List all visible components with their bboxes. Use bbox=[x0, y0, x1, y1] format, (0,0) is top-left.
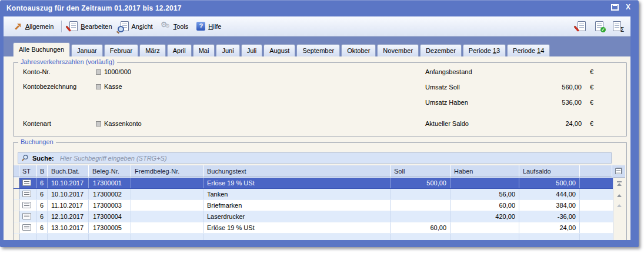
cell-laufsaldo: 500,00 bbox=[519, 178, 580, 188]
field-anfangsbestand: Anfangsbestand € bbox=[425, 68, 597, 76]
currency-symbol: € bbox=[590, 68, 593, 75]
cell-beleg: 17300005 bbox=[89, 222, 131, 233]
cell-b: 6 bbox=[37, 200, 48, 211]
field-kontenart: Kontenart Kassenkonto bbox=[14, 120, 249, 128]
header-filler bbox=[580, 165, 612, 177]
tab-dezember[interactable]: Dezember bbox=[420, 44, 462, 56]
cell-date: 12.10.2017 bbox=[48, 211, 89, 222]
table-row[interactable]: 6 12.10.2017 17300004 Laserdrucker 420,0… bbox=[14, 211, 624, 222]
cell-soll: 500,00 bbox=[391, 178, 451, 188]
scroll-up-alt-icon[interactable] bbox=[617, 204, 622, 207]
field-kontobezeichnung: Kontobezeichnung Kasse bbox=[14, 83, 249, 91]
bookings-group-title: Buchungen bbox=[18, 138, 56, 145]
toolbar: Allgemein Bearbeiten Ansicht ⚙⚙ Tools ? bbox=[4, 16, 630, 36]
bullet-icon bbox=[96, 69, 101, 75]
column-header-buchdat[interactable]: Buch.Dat. bbox=[48, 165, 89, 177]
tab-periode-14[interactable]: Periode 14 bbox=[507, 44, 550, 56]
search-input[interactable] bbox=[59, 153, 608, 163]
tab-mai[interactable]: Mai bbox=[193, 44, 215, 56]
cell-date: 11.10.2017 bbox=[48, 200, 89, 211]
field-label: Umsatz Soll bbox=[425, 84, 460, 91]
field-value: Kassenkonto bbox=[104, 120, 142, 127]
screen: Kontoauszug für den Zeitraum 01.2017 bis… bbox=[0, 0, 644, 253]
cell-date: 10.10.2017 bbox=[48, 178, 89, 188]
column-header-beleg-nr[interactable]: Beleg-Nr. bbox=[89, 165, 131, 177]
search-label: Suche: bbox=[32, 155, 54, 162]
bookings-table: ST B Buch.Dat. Beleg-Nr. Fremdbeleg-Nr. … bbox=[14, 165, 624, 240]
currency-symbol: € bbox=[590, 120, 593, 127]
column-header-buchungstext[interactable]: Buchungstext bbox=[203, 165, 391, 177]
field-value: 1000/000 bbox=[104, 68, 131, 75]
window-title: Kontoauszug für den Zeitraum 01.2017 bis… bbox=[6, 4, 182, 12]
edit-document-icon bbox=[69, 21, 78, 31]
summary-group: Jahresverkehrszahlen (vorläufig) Konto-N… bbox=[13, 62, 627, 137]
cell-text: Tanken bbox=[203, 189, 391, 199]
tab-april[interactable]: April bbox=[167, 44, 192, 56]
edit-record-button[interactable] bbox=[578, 21, 586, 31]
column-chooser-icon[interactable] bbox=[615, 168, 622, 174]
tab-periode-13[interactable]: Periode 13 bbox=[463, 44, 506, 56]
tab-februar[interactable]: Februar bbox=[104, 44, 139, 56]
tab-oktober[interactable]: Oktober bbox=[341, 44, 376, 56]
tab-alle-buchungen[interactable]: Alle Buchungen bbox=[13, 42, 70, 56]
tab-januar[interactable]: Januar bbox=[71, 44, 103, 56]
column-header-laufsaldo[interactable]: Laufsaldo bbox=[519, 165, 580, 177]
cell-b: 6 bbox=[37, 211, 48, 222]
column-header-b[interactable]: B bbox=[37, 165, 48, 177]
title-bar: Kontoauszug für den Zeitraum 01.2017 bis… bbox=[0, 0, 639, 16]
field-label: Umsatz Haben bbox=[425, 99, 468, 106]
cell-text: Erlöse 19 % USt bbox=[203, 178, 391, 188]
tab-november[interactable]: November bbox=[377, 44, 419, 56]
toolbar-button-tools[interactable]: ⚙⚙ Tools bbox=[157, 20, 193, 32]
window-body: Allgemein Bearbeiten Ansicht ⚙⚙ Tools ? bbox=[4, 16, 630, 240]
cell-soll: 60,00 bbox=[391, 222, 451, 233]
cell-beleg: 17300002 bbox=[89, 189, 131, 199]
confirm-record-button[interactable]: ✓ bbox=[595, 21, 603, 31]
currency-symbol: € bbox=[590, 84, 593, 91]
table-row[interactable]: 6 11.10.2017 17300003 Briefmarken 60,00 … bbox=[14, 200, 624, 211]
record-icon bbox=[22, 224, 31, 231]
tab-august[interactable]: August bbox=[263, 44, 295, 56]
cell-fremdbeleg bbox=[131, 200, 203, 211]
search-bar[interactable]: Suche: bbox=[18, 152, 612, 164]
column-header-haben[interactable]: Haben bbox=[451, 165, 519, 177]
table-row[interactable]: 6 13.10.2017 17300005 Erlöse 19 % USt 60… bbox=[14, 222, 624, 234]
table-row[interactable]: 6 10.10.2017 17300001 Erlöse 19 % USt 50… bbox=[14, 178, 624, 189]
cell-haben: 420,00 bbox=[451, 211, 519, 222]
cell-beleg: 17300003 bbox=[89, 200, 131, 211]
scroll-up-icon[interactable] bbox=[617, 194, 622, 197]
cell-laufsaldo: 384,00 bbox=[519, 200, 580, 211]
toolbar-button-allgemein[interactable]: Allgemein bbox=[9, 20, 58, 32]
sum-report-button[interactable]: Σ bbox=[613, 21, 621, 31]
tab-maerz[interactable]: März bbox=[139, 44, 165, 56]
header-gutter bbox=[14, 165, 19, 177]
tab-strip: Alle Buchungen Januar Februar März April… bbox=[4, 36, 630, 56]
cell-soll bbox=[391, 211, 451, 222]
toolbar-button-ansicht[interactable]: Ansicht bbox=[116, 19, 157, 33]
field-umsatz-soll: Umsatz Soll 560,00 € bbox=[425, 84, 597, 92]
restore-window-button[interactable] bbox=[611, 4, 619, 11]
scroll-to-top-icon[interactable] bbox=[617, 183, 622, 186]
cell-haben: 60,00 bbox=[451, 200, 519, 211]
field-value: Kasse bbox=[104, 83, 122, 90]
cell-soll bbox=[391, 189, 451, 199]
column-header-st[interactable]: ST bbox=[19, 165, 37, 177]
table-row[interactable]: 6 10.10.2017 17300002 Tanken 56,00 444,0… bbox=[14, 189, 624, 200]
field-value: 536,00 bbox=[529, 99, 582, 106]
search-icon bbox=[21, 154, 29, 162]
toolbar-button-bearbeiten[interactable]: Bearbeiten bbox=[65, 19, 116, 33]
tab-juli[interactable]: Juli bbox=[241, 44, 263, 56]
column-header-fremdbeleg-nr[interactable]: Fremdbeleg-Nr. bbox=[131, 165, 203, 177]
view-magnifier-icon bbox=[121, 21, 129, 31]
tab-september[interactable]: September bbox=[296, 44, 340, 56]
field-label: Kontenart bbox=[23, 120, 51, 127]
bookings-group: Buchungen Suche: ST B bbox=[13, 142, 627, 240]
cell-date: 10.10.2017 bbox=[48, 189, 89, 199]
cell-haben bbox=[451, 178, 519, 188]
tab-juni[interactable]: Juni bbox=[216, 44, 239, 56]
column-header-soll[interactable]: Soll bbox=[391, 165, 451, 177]
field-aktueller-saldo: Aktueller Saldo 24,00 € bbox=[425, 120, 597, 128]
cell-laufsaldo: 444,00 bbox=[519, 189, 580, 199]
close-icon: X bbox=[626, 3, 630, 11]
close-window-button[interactable]: X bbox=[626, 4, 630, 11]
